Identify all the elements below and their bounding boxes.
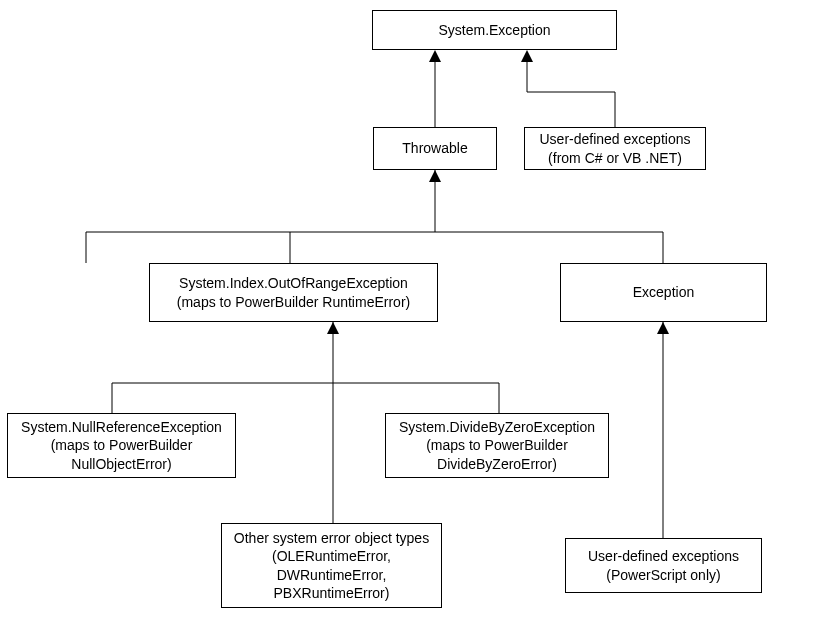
node-label-line2: (maps to PowerBuilder: [426, 436, 568, 454]
node-label-line3: NullObjectError): [71, 455, 171, 473]
node-label: Throwable: [402, 139, 467, 157]
node-exception: Exception: [560, 263, 767, 322]
node-label-line2: (OLERuntimeError,: [272, 547, 391, 565]
node-label-line1: System.Index.OutOfRangeException: [179, 274, 408, 292]
node-null-reference-exception: System.NullReferenceException (maps to P…: [7, 413, 236, 478]
svg-marker-7: [429, 170, 441, 182]
node-system-exception: System.Exception: [372, 10, 617, 50]
node-label-line2: (maps to PowerBuilder: [51, 436, 193, 454]
node-user-defined-net: User-defined exceptions (from C# or VB .…: [524, 127, 706, 170]
svg-marker-1: [429, 50, 441, 62]
node-label-line4: PBXRuntimeError): [274, 584, 390, 602]
node-other-system-errors: Other system error object types (OLERunt…: [221, 523, 442, 608]
node-divide-by-zero-exception: System.DivideByZeroException (maps to Po…: [385, 413, 609, 478]
node-label-line1: System.NullReferenceException: [21, 418, 222, 436]
node-label-line2: (from C# or VB .NET): [548, 149, 682, 167]
svg-marker-5: [521, 50, 533, 62]
node-label-line1: Other system error object types: [234, 529, 429, 547]
node-out-of-range-exception: System.Index.OutOfRangeException (maps t…: [149, 263, 438, 322]
node-label: Exception: [633, 283, 694, 301]
svg-marker-21: [657, 322, 669, 334]
node-label-line1: System.DivideByZeroException: [399, 418, 595, 436]
node-label-line3: DWRuntimeError,: [277, 566, 387, 584]
node-label-line2: (maps to PowerBuilder RuntimeError): [177, 293, 410, 311]
node-label-line2: (PowerScript only): [606, 566, 720, 584]
node-label-line1: User-defined exceptions: [540, 130, 691, 148]
node-label: System.Exception: [438, 21, 550, 39]
node-label-line3: DivideByZeroError): [437, 455, 557, 473]
node-user-defined-powerscript: User-defined exceptions (PowerScript onl…: [565, 538, 762, 593]
svg-marker-14: [327, 322, 339, 334]
node-label-line1: User-defined exceptions: [588, 547, 739, 565]
node-throwable: Throwable: [373, 127, 497, 170]
